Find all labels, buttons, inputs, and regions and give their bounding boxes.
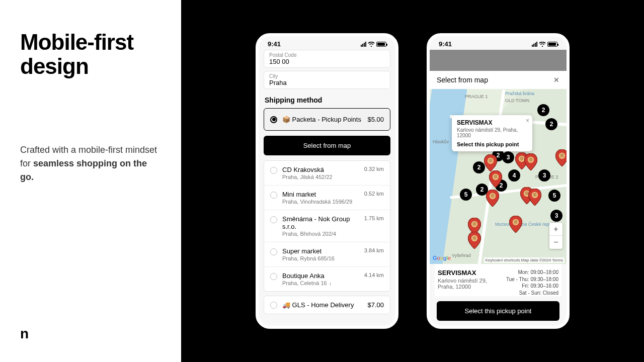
signal-icon bbox=[532, 42, 537, 47]
status-time: 9:41 bbox=[439, 40, 452, 48]
map-pin-icon[interactable] bbox=[489, 170, 502, 188]
battery-icon bbox=[376, 42, 386, 47]
map-pin-icon[interactable] bbox=[524, 153, 537, 170]
select-pickup-button[interactable]: Select this pickup point bbox=[437, 301, 559, 321]
popup-select-link[interactable]: Select this pickup point bbox=[457, 141, 527, 147]
pickup-row[interactable]: Mini marketPraha, Vinohradská 1596/290.5… bbox=[264, 186, 390, 210]
hero-title: Mobile-first design bbox=[20, 30, 161, 78]
map-pin-icon[interactable] bbox=[484, 154, 497, 171]
radio-unselected-icon bbox=[270, 248, 277, 255]
zoom-out-button[interactable]: − bbox=[549, 236, 562, 249]
radio-unselected-icon bbox=[270, 167, 277, 174]
city-field[interactable]: City Praha bbox=[264, 71, 390, 89]
pickup-list: CD KrakovskáPraha, Jilská 452/220.32 kmM… bbox=[264, 160, 390, 292]
radio-unselected-icon bbox=[270, 273, 277, 280]
pickup-row[interactable]: Super marketPraha, Rybná 685/163.84 km bbox=[264, 242, 390, 267]
map-pin-icon[interactable] bbox=[468, 232, 481, 249]
phone-mock-map: 9:41 Select from map ✕ PR bbox=[424, 30, 573, 332]
radio-selected-icon bbox=[270, 116, 277, 123]
map-title: Select from map bbox=[437, 76, 488, 84]
map-pin-icon[interactable] bbox=[555, 149, 567, 166]
map-cluster[interactable]: 4 bbox=[508, 169, 520, 182]
pickup-row[interactable]: Boutique AnkaPraha, Celetná 16↓4.14 km bbox=[264, 267, 390, 291]
radio-unselected-icon bbox=[270, 302, 277, 309]
map-cluster[interactable]: 2 bbox=[545, 118, 557, 130]
wifi-icon bbox=[539, 42, 546, 47]
map-sheet-header: Select from map ✕ bbox=[430, 71, 567, 89]
shipping-option-gls[interactable]: 🚚 GLS - Home Delivery $7.00 bbox=[264, 296, 390, 314]
map-attribution: Keyboard shortcuts Map data ©2024 Terms bbox=[484, 257, 565, 263]
shipping-option-packeta[interactable]: 📦 Packeta - Pickup Points $5.00 bbox=[264, 108, 390, 131]
map-cluster[interactable]: 3 bbox=[550, 210, 562, 222]
popup-close-icon[interactable]: × bbox=[526, 117, 529, 124]
map-cluster[interactable]: 5 bbox=[460, 189, 472, 201]
wifi-icon bbox=[368, 42, 375, 47]
map-cluster[interactable]: 3 bbox=[538, 169, 550, 182]
close-icon[interactable]: ✕ bbox=[553, 76, 559, 84]
map-cluster[interactable]: 5 bbox=[548, 190, 560, 202]
google-logo: Google bbox=[433, 255, 451, 261]
status-bar: 9:41 bbox=[430, 36, 567, 50]
opening-hours: Mon: 09:00–18:00Tue - Thu: 09:30–18:00Fr… bbox=[506, 269, 558, 296]
radio-unselected-icon bbox=[270, 216, 277, 223]
map-pin-icon[interactable] bbox=[528, 189, 541, 206]
map-cluster[interactable]: 3 bbox=[502, 151, 514, 163]
map-pin-icon[interactable] bbox=[509, 216, 522, 233]
sheet-backdrop bbox=[430, 50, 567, 71]
pickup-row[interactable]: Směnárna - Nok Group s.r.o.Praha, Břehov… bbox=[264, 210, 390, 242]
map-cluster[interactable]: 2 bbox=[473, 161, 485, 173]
hero-desc: Crafted with a mobile-first mindset for … bbox=[20, 143, 161, 184]
select-from-map-button[interactable]: Select from map bbox=[264, 136, 390, 155]
status-bar: 9:41 bbox=[259, 36, 395, 50]
shipping-method-heading: Shipping method bbox=[264, 92, 390, 108]
pickup-detail: SERVISMAX Karlovo náměstí 29, Praha, 120… bbox=[435, 264, 561, 296]
status-time: 9:41 bbox=[268, 40, 281, 48]
map-zoom-control: + − bbox=[549, 223, 562, 249]
battery-icon bbox=[547, 42, 557, 47]
phone-mock-checkout: 9:41 Postal Code 150 00 City Praha Shipp… bbox=[253, 30, 401, 332]
zoom-in-button[interactable]: + bbox=[549, 223, 562, 236]
radio-unselected-icon bbox=[270, 192, 277, 199]
signal-icon bbox=[361, 42, 366, 47]
map-cluster[interactable]: 2 bbox=[537, 104, 549, 116]
pickup-row[interactable]: CD KrakovskáPraha, Jilská 452/220.32 km bbox=[264, 161, 390, 186]
brand-logo: n bbox=[20, 326, 161, 342]
map-popup: × SERVISMAX Karlovo náměstí 29, Praha, 1… bbox=[452, 115, 532, 151]
postal-code-field[interactable]: Postal Code 150 00 bbox=[264, 50, 390, 68]
map-canvas[interactable]: PRAGUE 1 OLD TOWN Pražská brána Muzeum P… bbox=[430, 89, 567, 264]
map-pin-icon[interactable] bbox=[486, 190, 499, 207]
